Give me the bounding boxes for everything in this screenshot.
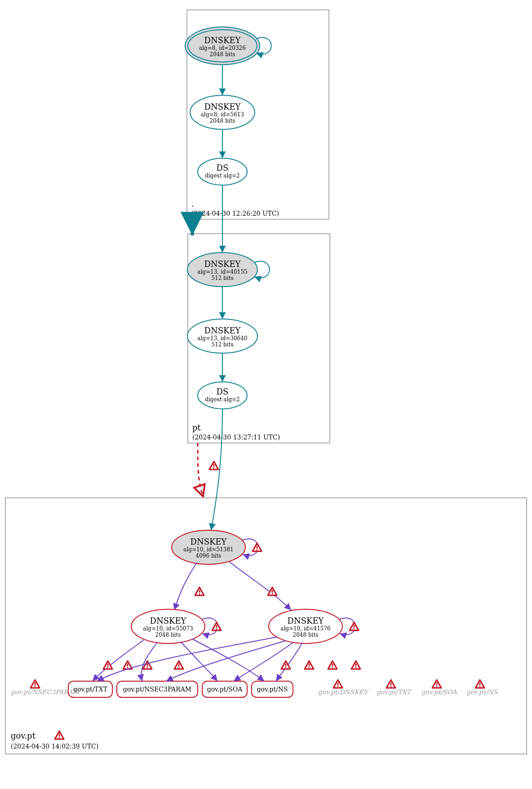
node-gov-ksk: DNSKEY alg=10, id=51381 4096 bits [172,530,245,564]
zone-root-label: . [191,199,194,208]
warn-icon [328,661,337,669]
ghost-ns: gov.pt/NS [466,680,498,696]
warn-icon [281,661,290,669]
svg-text:gov.pt/SOA: gov.pt/SOA [421,688,457,696]
zone-govpt: gov.pt (2024-04-30 14:02:39 UTC) DNSKEY … [5,498,527,754]
e-z1-ns [192,639,264,681]
ghost-txt: gov.pt/TXT [377,680,412,696]
svg-text:DS: DS [217,387,229,396]
svg-text:DNSKEY: DNSKEY [204,102,241,111]
edge-govksk-zsk1 [174,563,197,610]
e-z2-ns [276,643,302,681]
zone-pt: pt (2024-04-30 13:27:11 UTC) DNSKEY alg=… [187,185,330,443]
svg-text:digest alg=2: digest alg=2 [205,173,239,179]
svg-text:gov.pt/TXT: gov.pt/TXT [377,688,412,696]
e-z2-txt [97,637,277,681]
node-gov-zsk2: DNSKEY alg=10, id=41576 2048 bits [269,609,342,643]
warn-icon [209,461,218,470]
svg-text:gov.pt/DNSKEY: gov.pt/DNSKEY [318,688,369,696]
svg-text:alg=8, id=20326: alg=8, id=20326 [199,45,246,51]
zone-govpt-time: (2024-04-30 14:02:39 UTC) [11,743,98,750]
warn-icon [195,587,204,595]
svg-text:DNSKEY: DNSKEY [288,616,324,625]
svg-text:gov.pt/NS: gov.pt/NS [466,688,498,696]
e-z1-txt [93,640,144,681]
svg-text:DS: DS [217,163,229,173]
svg-text:DNSKEY: DNSKEY [204,259,241,269]
svg-text:gov.pt/NSEC3PARAM: gov.pt/NSEC3PARAM [11,688,80,696]
svg-text:2048 bits: 2048 bits [293,632,319,638]
rr-ns: gov.pt/NS [252,681,293,697]
rr-nsec3param: gov.pt/NSEC3PARAM [117,681,198,697]
node-root-ksk: DNSKEY alg=8, id=20326 2048 bits [185,27,260,65]
ghost-soa: gov.pt/SOA [421,680,457,696]
svg-text:alg=13, id=30640: alg=13, id=30640 [197,335,247,341]
svg-text:2048 bits: 2048 bits [210,118,235,124]
svg-text:alg=8, id=5613: alg=8, id=5613 [201,111,244,118]
node-pt-ksk: DNSKEY alg=13, id=40155 512 bits [187,253,257,287]
node-gov-zsk1: DNSKEY alg=10, id=55073 2048 bits [131,609,205,643]
node-pt-ds: DS digest alg=2 [198,382,247,409]
zone-govpt-label: gov.pt [11,731,36,740]
zone-root: . (2024-04-30 12:26:20 UTC) DNSKEY alg=8… [185,10,329,219]
dnssec-diagram: . (2024-04-30 12:26:20 UTC) DNSKEY alg=8… [0,0,532,789]
svg-text:DNSKEY: DNSKEY [204,326,241,335]
svg-rect-27 [5,498,527,754]
e-z1-soa [181,642,217,681]
zone-pt-label: pt [192,423,201,432]
svg-text:gov.pt/SOA: gov.pt/SOA [207,686,243,693]
edge-pt-to-govpt-broken [198,443,203,496]
rr-soa: gov.pt/SOA [202,681,247,697]
svg-text:alg=10, id=55073: alg=10, id=55073 [143,625,193,632]
warn-icon [351,661,360,669]
warn-icon [55,731,64,739]
svg-text:2048 bits: 2048 bits [155,632,181,638]
svg-text:alg=13, id=40155: alg=13, id=40155 [197,269,247,275]
node-pt-zsk: DNSKEY alg=13, id=30640 512 bits [187,319,257,353]
edge-govksk-zsk2 [229,562,291,610]
svg-text:4096 bits: 4096 bits [196,553,222,559]
svg-text:alg=10, id=41576: alg=10, id=41576 [280,625,330,632]
warn-icon [212,622,221,630]
e-z2-soa [234,643,293,681]
svg-text:gov.pt/NSEC3PARAM: gov.pt/NSEC3PARAM [123,686,191,693]
node-root-ds: DS digest alg=2 [198,158,247,185]
svg-text:DNSKEY: DNSKEY [191,537,227,546]
warn-icon [305,661,314,669]
warn-icon [253,543,262,551]
zone-pt-time: (2024-04-30 13:27:11 UTC) [192,434,280,441]
svg-text:digest alg=2: digest alg=2 [205,396,239,403]
svg-text:alg=10, id=51381: alg=10, id=51381 [183,546,233,553]
zone-root-time: (2024-04-30 12:26:20 UTC) [191,210,279,217]
ghost-dnskey: gov.pt/DNSKEY [318,680,369,696]
svg-text:gov.pt/NS: gov.pt/NS [257,686,288,693]
svg-text:512 bits: 512 bits [211,341,233,348]
svg-text:DNSKEY: DNSKEY [204,35,241,45]
warn-icon [174,661,183,669]
svg-text:DNSKEY: DNSKEY [150,616,187,625]
svg-text:2048 bits: 2048 bits [210,51,235,58]
svg-text:512 bits: 512 bits [211,275,233,281]
node-root-zsk: DNSKEY alg=8, id=5613 2048 bits [190,95,255,129]
warn-icon [350,622,359,630]
